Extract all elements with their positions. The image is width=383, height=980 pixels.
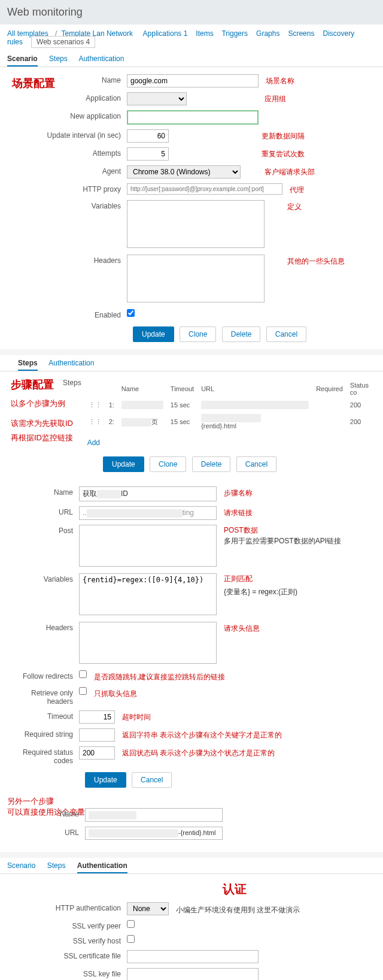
another-name-input[interactable] xyxy=(85,808,223,822)
another-step-title: 另外一个步骤 xyxy=(7,796,376,807)
required-status-input[interactable] xyxy=(79,746,115,760)
tab-scenario-3[interactable]: Scenario xyxy=(7,861,35,872)
required-string-input[interactable] xyxy=(79,728,115,742)
delete-button-2[interactable]: Delete xyxy=(192,456,231,472)
tab-steps-2[interactable]: Steps xyxy=(18,359,38,371)
clone-button[interactable]: Clone xyxy=(180,326,216,342)
retrieve-headers-checkbox[interactable] xyxy=(79,687,87,695)
label-timeout: Timeout xyxy=(7,710,79,721)
step-variables-textarea[interactable]: {rentid}=regex:([0-9]{4,10}) xyxy=(79,573,217,615)
cancel-button-3[interactable]: Cancel xyxy=(132,772,172,788)
update-button-2[interactable]: Update xyxy=(103,456,144,472)
auth-section: 认证 HTTP authentication None 小编生产环境没有使用到 … xyxy=(0,874,383,980)
note-step-name: 步骤名称 xyxy=(224,486,253,498)
scenario-form: 场景配置 Name 场景名称 Application 应用组 New appli… xyxy=(0,67,383,349)
http-auth-select[interactable]: None xyxy=(127,902,169,915)
col-timeout: Timeout xyxy=(171,380,200,398)
delete-button[interactable]: Delete xyxy=(222,326,261,342)
col-status: Status co xyxy=(350,380,375,398)
cert-file-input[interactable] xyxy=(127,950,259,963)
step-note-2: 该需求为先获取ID xyxy=(11,416,73,430)
step-post-textarea[interactable] xyxy=(79,525,217,567)
agent-select[interactable]: Chrome 38.0 (Windows) xyxy=(127,165,241,179)
label-step-headers: Headers xyxy=(7,622,79,632)
update-button-3[interactable]: Update xyxy=(85,772,126,788)
cancel-button[interactable]: Cancel xyxy=(266,326,306,342)
verify-peer-checkbox[interactable] xyxy=(127,920,135,928)
label-agent: Agent xyxy=(61,165,127,176)
label-update-interval: Update interval (in sec) xyxy=(25,129,127,140)
another-step-section: 另外一个步骤 可以直接使用这个变量 Name URL -{rentid}.htm… xyxy=(0,795,383,852)
label-required-status: Required status codes xyxy=(7,746,79,765)
step-headers-textarea[interactable] xyxy=(79,622,217,664)
http-proxy-input[interactable] xyxy=(127,183,282,195)
drag-handle-icon[interactable]: ⋮⋮ xyxy=(89,399,108,411)
headers-textarea[interactable] xyxy=(127,255,265,303)
col-name: Name xyxy=(121,380,169,398)
note-post2: 多用于监控需要POST数据的API链接 xyxy=(224,536,341,546)
steps-tabs: Steps Authentication xyxy=(0,355,383,371)
step-name-input[interactable]: 获取ID xyxy=(79,486,217,501)
enabled-checkbox[interactable] xyxy=(127,309,135,317)
variables-textarea[interactable] xyxy=(127,200,265,248)
note-post: POST数据 xyxy=(224,525,341,536)
name-input[interactable] xyxy=(127,74,259,87)
label-retrieve-headers: Retrieve only headers xyxy=(7,687,79,706)
drag-handle-icon[interactable]: ⋮⋮ xyxy=(89,412,108,431)
update-interval-input[interactable] xyxy=(127,129,169,143)
auth-note: 小编生产环境没有使用到 这里不做演示 xyxy=(176,902,300,915)
table-row[interactable]: ⋮⋮ 1: 15 sec 200 xyxy=(89,399,375,411)
note-required-status: 返回状态码 表示这个步骤为这个状态才是正常的 xyxy=(122,746,275,758)
add-step-link[interactable]: Add xyxy=(87,438,100,447)
nav-triggers[interactable]: Triggers xyxy=(221,29,248,38)
smudge xyxy=(121,401,163,409)
key-file-input[interactable] xyxy=(127,968,259,980)
nav-items[interactable]: Items xyxy=(196,29,213,38)
col-required: Required xyxy=(316,380,349,398)
tab-authentication[interactable]: Authentication xyxy=(78,55,124,65)
note-timeout: 超时时间 xyxy=(122,710,151,722)
nav-web-scenarios[interactable]: Web scenarios 4 xyxy=(31,36,95,48)
new-application-input[interactable] xyxy=(127,110,259,125)
note-headers: 其他的一些头信息 xyxy=(287,255,345,267)
nav-graphs[interactable]: Graphs xyxy=(256,29,279,38)
timeout-input[interactable] xyxy=(79,710,115,724)
col-url: URL xyxy=(201,380,315,398)
step-note-1: 以多个步骤为例 xyxy=(11,397,73,410)
divider-2 xyxy=(0,852,383,858)
attempts-input[interactable] xyxy=(127,147,169,161)
breadcrumb-nav: All templates / Template Lan Network App… xyxy=(0,25,383,51)
note-retrieve-headers: 只抓取头信息 xyxy=(94,687,137,699)
nav-applications[interactable]: Applications 1 xyxy=(143,29,188,38)
scenario-tabs: Scenario Steps Authentication xyxy=(0,51,383,67)
label-verify-host: SSL verify host xyxy=(7,935,127,945)
tab-steps[interactable]: Steps xyxy=(49,55,68,65)
step-detail-form: Name 获取ID 步骤名称 URL ..ting 请求链接 Post POST… xyxy=(0,479,383,795)
note-follow-redirects: 是否跟随跳转,建议直接监控跳转后的链接 xyxy=(94,670,225,682)
follow-redirects-checkbox[interactable] xyxy=(79,670,87,678)
tab-auth-2[interactable]: Authentication xyxy=(48,359,94,370)
verify-host-checkbox[interactable] xyxy=(127,935,135,943)
update-button[interactable]: Update xyxy=(133,326,174,342)
table-row[interactable]: ⋮⋮ 2: 页 15 sec {rentid}.html 200 xyxy=(89,412,375,431)
label-http-proxy: HTTP proxy xyxy=(61,183,127,193)
auth-title: 认证 xyxy=(223,881,376,897)
note-variables2: 正则匹配 xyxy=(224,573,297,584)
note-agent: 客户端请求头部 xyxy=(265,165,315,177)
label-attempts: Attempts xyxy=(61,147,127,158)
nav-screens[interactable]: Screens xyxy=(288,29,314,38)
another-url-input[interactable]: -{rentid}.html xyxy=(85,827,223,840)
tab-scenario[interactable]: Scenario xyxy=(7,55,38,66)
smudge xyxy=(201,401,309,409)
note-step-url: 请求链接 xyxy=(224,506,253,518)
label-name: Name xyxy=(61,74,127,84)
label-required-string: Required string xyxy=(7,728,79,739)
step-url-input[interactable]: ..ting xyxy=(79,506,217,520)
tab-steps-3[interactable]: Steps xyxy=(47,861,66,872)
cancel-button-2[interactable]: Cancel xyxy=(236,456,276,472)
smudge xyxy=(201,414,261,422)
application-select[interactable] xyxy=(127,92,187,105)
clone-button-2[interactable]: Clone xyxy=(150,456,186,472)
tab-auth-3[interactable]: Authentication xyxy=(77,861,127,873)
label-http-auth: HTTP authentication xyxy=(7,902,127,912)
